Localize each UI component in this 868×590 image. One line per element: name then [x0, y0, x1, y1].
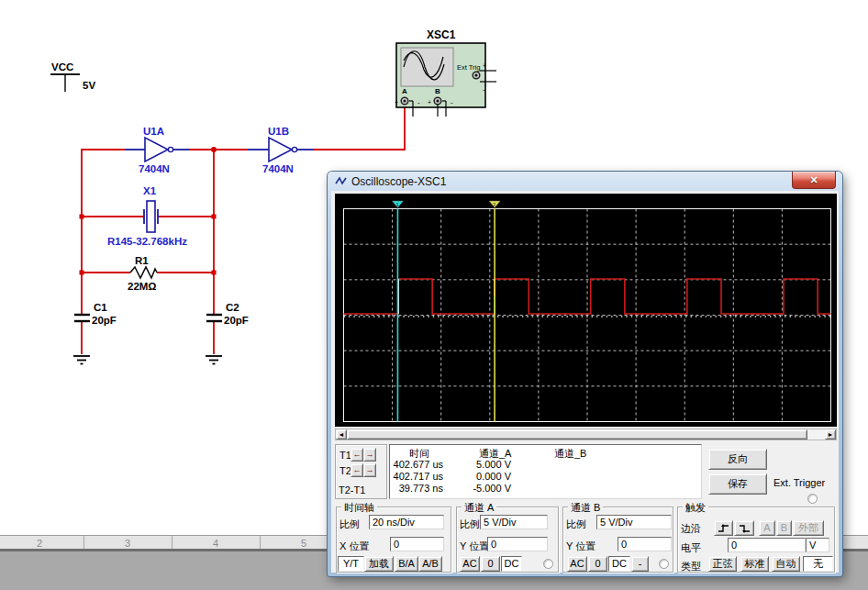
falling-edge-button[interactable]: [734, 520, 754, 536]
timebase-scale-input[interactable]: [369, 515, 444, 529]
xsc1-label: XSC1: [427, 28, 456, 41]
channel-b-dc-button[interactable]: DC: [608, 556, 630, 572]
reverse-button-label: 反向: [728, 454, 748, 464]
inverter-u1b[interactable]: U1B 7404N: [248, 126, 314, 174]
channel-b-scale-label: 比例: [566, 518, 586, 531]
channel-b-zero-button[interactable]: 0: [588, 556, 607, 572]
ground-2[interactable]: [206, 356, 222, 364]
channel-b-ac-button[interactable]: AC: [567, 556, 587, 572]
trigger-type-none-button[interactable]: 无: [803, 556, 833, 572]
reverse-button[interactable]: 反向: [708, 449, 767, 470]
scroll-right-button[interactable]: ►: [825, 429, 836, 440]
yt-button-label: Y/T: [343, 559, 359, 569]
t2-t1-label: T2-T1: [339, 484, 365, 495]
timebase-scale-label: 比例: [339, 518, 360, 531]
resistor-r1[interactable]: R1 22MΩ: [128, 255, 157, 292]
trigger-source-ext-button[interactable]: 外部: [793, 520, 824, 536]
trigger-level-unit[interactable]: [806, 538, 829, 552]
multisim-workspace: VCC 5V U1A 7404N U1B 7404N X1 R14: [0, 0, 868, 590]
ext-trigger-radio[interactable]: [807, 494, 818, 504]
channel-a-ac-button[interactable]: AC: [460, 556, 480, 572]
timebase-yt-button[interactable]: Y/T: [338, 556, 364, 572]
channel-b-title: 通道 B: [568, 501, 603, 515]
ground-1[interactable]: [73, 356, 90, 364]
terminal-a-label: A: [402, 87, 407, 95]
trigger-type-single-button[interactable]: 正弦: [708, 556, 737, 572]
trigger-type-label: 类型: [681, 560, 701, 573]
capacitor-c1[interactable]: C1 20pF: [74, 302, 117, 326]
ext-trig-label: Ext Trig: [457, 63, 480, 72]
trigger-a-label: A: [763, 523, 770, 533]
channel-a-dc-button[interactable]: DC: [501, 556, 522, 572]
timebase-ab-button[interactable]: A/B: [418, 556, 442, 572]
oscilloscope-window[interactable]: Oscilloscope-XSC1 ✕ 12 ◄ ► T1: [328, 172, 842, 576]
right-arrow-icon: →: [366, 466, 374, 474]
vcc-source[interactable]: VCC 5V: [50, 61, 95, 92]
trigger-source-a-button[interactable]: A: [759, 520, 775, 536]
ruler-number: 4: [209, 538, 222, 549]
c1-ref: C1: [94, 302, 107, 313]
r1-value: 22MΩ: [128, 281, 157, 292]
save-button[interactable]: 保存: [708, 473, 767, 495]
ext-trig-minus: -: [483, 85, 485, 94]
ruler-number: 3: [121, 538, 134, 549]
channel-b-group: 通道 B 比例 Y 位置 AC 0 DC -: [562, 507, 673, 573]
channel-b-ypos-input[interactable]: [618, 537, 672, 551]
type-none-label: 无: [813, 559, 823, 569]
t1-left-button[interactable]: ←: [351, 448, 363, 462]
trigger-title: 触发: [683, 501, 708, 515]
type-single-label: 正弦: [713, 559, 733, 569]
scope-scrollbar[interactable]: ◄ ►: [335, 429, 837, 440]
dt-channel-a-value: -5.000 V: [473, 483, 511, 494]
add-button-label: 加载: [369, 559, 389, 569]
trigger-level-input[interactable]: [728, 538, 806, 552]
x1-ref: X1: [143, 185, 157, 196]
channel-a-scale-input[interactable]: [480, 515, 548, 529]
channel-a-radio[interactable]: [543, 559, 553, 569]
terminal-b-plus: +: [428, 99, 431, 106]
channel-b-radio[interactable]: [659, 559, 669, 569]
t1-label: T1: [339, 450, 351, 461]
inverter-u1a[interactable]: U1A 7404N: [125, 126, 190, 174]
timebase-ba-button[interactable]: B/A: [395, 556, 418, 572]
t1-right-button[interactable]: →: [363, 448, 376, 462]
terminal-a-minus: -: [417, 98, 420, 106]
channel-b-minus-button[interactable]: -: [631, 556, 649, 572]
trigger-b-label: B: [781, 523, 787, 533]
scroll-left-button[interactable]: ◄: [336, 429, 347, 440]
u1a-part: 7404N: [139, 163, 170, 174]
trigger-type-normal-button[interactable]: 标准: [740, 556, 769, 572]
r1-ref: R1: [135, 255, 149, 266]
measurement-readout: 时间 通道_A 通道_B 402.677 us 5.000 V 402.717 …: [389, 444, 702, 499]
trigger-type-auto-button[interactable]: 自动: [772, 556, 800, 572]
channel-a-zero-button[interactable]: 0: [481, 556, 500, 572]
channel-a-group: 通道 A 比例 Y 位置 AC 0 DC: [456, 507, 559, 573]
trigger-edge-label: 边沿: [681, 522, 701, 536]
timebase-xpos-input[interactable]: [390, 537, 444, 551]
channel-b-scale-input[interactable]: [596, 515, 672, 529]
vcc-label: VCC: [51, 61, 73, 72]
scroll-left-icon: ◄: [339, 431, 345, 438]
t1-channel-a-value: 5.000 V: [473, 459, 511, 470]
titlebar[interactable]: Oscilloscope-XSC1 ✕: [328, 172, 842, 191]
channel-a-ypos-input[interactable]: [487, 537, 548, 551]
t1-time-value: 402.677 us: [392, 459, 443, 470]
scroll-right-icon: ►: [828, 431, 834, 438]
xsc1-instrument-icon[interactable]: XSC1 Ext Trig A B + -: [395, 28, 496, 117]
scope-display[interactable]: 12: [335, 194, 837, 427]
vcc-value: 5V: [83, 80, 95, 91]
rising-edge-icon: [718, 523, 729, 533]
close-icon: ✕: [809, 174, 818, 186]
capacitor-c2[interactable]: C2 20pF: [206, 302, 249, 326]
t2-right-button[interactable]: →: [363, 463, 376, 477]
trigger-source-b-button[interactable]: B: [776, 520, 792, 536]
timebase-add-button[interactable]: 加载: [364, 556, 394, 572]
ext-trigger-label: Ext. Trigger: [773, 477, 825, 488]
scroll-thumb[interactable]: [347, 429, 807, 440]
left-arrow-icon: ←: [353, 451, 362, 459]
t2-left-button[interactable]: ←: [351, 463, 363, 477]
ruler-separator: [83, 536, 84, 549]
trigger-level-label: 电平: [681, 541, 701, 555]
rising-edge-button[interactable]: [714, 520, 733, 536]
close-button[interactable]: ✕: [792, 172, 836, 189]
